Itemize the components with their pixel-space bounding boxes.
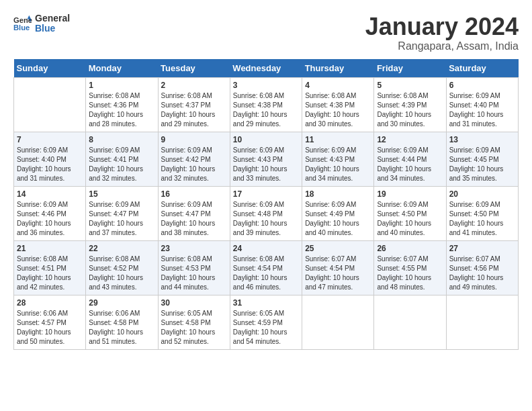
day-number: 19 <box>377 189 443 199</box>
day-cell: 21Sunrise: 6:08 AM Sunset: 4:51 PM Dayli… <box>14 240 86 295</box>
day-number: 24 <box>233 244 299 253</box>
day-info: Sunrise: 6:09 AM Sunset: 4:41 PM Dayligh… <box>89 146 154 183</box>
day-info: Sunrise: 6:08 AM Sunset: 4:51 PM Dayligh… <box>17 255 83 292</box>
day-cell: 23Sunrise: 6:08 AM Sunset: 4:53 PM Dayli… <box>158 240 230 295</box>
location: Rangapara, Assam, India <box>365 40 519 52</box>
day-number: 26 <box>377 244 443 253</box>
day-info: Sunrise: 6:09 AM Sunset: 4:48 PM Dayligh… <box>233 200 299 238</box>
day-number: 9 <box>161 135 227 144</box>
day-number: 17 <box>233 189 299 199</box>
day-number: 18 <box>305 189 371 199</box>
day-info: Sunrise: 6:09 AM Sunset: 4:47 PM Dayligh… <box>161 200 227 238</box>
day-cell: 28Sunrise: 6:06 AM Sunset: 4:57 PM Dayli… <box>14 295 86 349</box>
day-cell: 2Sunrise: 6:08 AM Sunset: 4:37 PM Daylig… <box>158 77 230 132</box>
day-info: Sunrise: 6:05 AM Sunset: 4:58 PM Dayligh… <box>161 309 227 347</box>
day-cell <box>374 295 446 349</box>
day-cell: 13Sunrise: 6:09 AM Sunset: 4:45 PM Dayli… <box>446 132 518 186</box>
day-cell <box>302 295 374 349</box>
page-header: General Blue General Blue January 2024 R… <box>13 13 519 52</box>
svg-text:Blue: Blue <box>13 24 30 32</box>
day-cell <box>14 77 86 132</box>
day-info: Sunrise: 6:09 AM Sunset: 4:50 PM Dayligh… <box>377 200 443 238</box>
week-row-2: 7Sunrise: 6:09 AM Sunset: 4:40 PM Daylig… <box>14 132 519 186</box>
day-cell: 12Sunrise: 6:09 AM Sunset: 4:44 PM Dayli… <box>374 132 446 186</box>
day-cell: 22Sunrise: 6:08 AM Sunset: 4:52 PM Dayli… <box>86 240 158 295</box>
header-cell-saturday: Saturday <box>446 59 518 78</box>
day-cell: 7Sunrise: 6:09 AM Sunset: 4:40 PM Daylig… <box>14 132 86 186</box>
day-number: 2 <box>161 81 227 90</box>
day-cell: 15Sunrise: 6:09 AM Sunset: 4:47 PM Dayli… <box>86 186 158 240</box>
day-number: 22 <box>89 244 154 253</box>
day-info: Sunrise: 6:09 AM Sunset: 4:46 PM Dayligh… <box>17 200 83 238</box>
day-cell: 9Sunrise: 6:09 AM Sunset: 4:42 PM Daylig… <box>158 132 230 186</box>
logo: General Blue General Blue <box>13 13 70 34</box>
day-info: Sunrise: 6:08 AM Sunset: 4:54 PM Dayligh… <box>233 255 299 292</box>
day-number: 10 <box>233 135 299 144</box>
header-cell-friday: Friday <box>374 59 446 78</box>
day-cell: 29Sunrise: 6:06 AM Sunset: 4:58 PM Dayli… <box>86 295 158 349</box>
day-cell <box>446 295 518 349</box>
day-number: 25 <box>305 244 371 253</box>
day-number: 8 <box>89 135 154 144</box>
day-info: Sunrise: 6:07 AM Sunset: 4:56 PM Dayligh… <box>449 255 515 292</box>
header-row: SundayMondayTuesdayWednesdayThursdayFrid… <box>14 59 519 78</box>
header-cell-monday: Monday <box>86 59 158 78</box>
day-number: 1 <box>89 81 154 90</box>
day-number: 3 <box>233 81 299 90</box>
day-info: Sunrise: 6:09 AM Sunset: 4:45 PM Dayligh… <box>449 146 515 183</box>
day-number: 12 <box>377 135 443 144</box>
week-row-3: 14Sunrise: 6:09 AM Sunset: 4:46 PM Dayli… <box>14 186 519 240</box>
day-cell: 30Sunrise: 6:05 AM Sunset: 4:58 PM Dayli… <box>158 295 230 349</box>
day-number: 30 <box>161 298 227 308</box>
day-number: 11 <box>305 135 371 144</box>
logo-icon: General Blue <box>13 14 32 33</box>
day-number: 14 <box>17 189 83 199</box>
day-cell: 19Sunrise: 6:09 AM Sunset: 4:50 PM Dayli… <box>374 186 446 240</box>
logo-blue: Blue <box>35 24 70 34</box>
day-cell: 31Sunrise: 6:05 AM Sunset: 4:59 PM Dayli… <box>230 295 302 349</box>
day-number: 31 <box>233 298 299 308</box>
day-cell: 16Sunrise: 6:09 AM Sunset: 4:47 PM Dayli… <box>158 186 230 240</box>
day-cell: 3Sunrise: 6:08 AM Sunset: 4:38 PM Daylig… <box>230 77 302 132</box>
day-cell: 5Sunrise: 6:08 AM Sunset: 4:39 PM Daylig… <box>374 77 446 132</box>
day-cell: 27Sunrise: 6:07 AM Sunset: 4:56 PM Dayli… <box>446 240 518 295</box>
day-info: Sunrise: 6:09 AM Sunset: 4:43 PM Dayligh… <box>305 146 371 183</box>
day-info: Sunrise: 6:08 AM Sunset: 4:52 PM Dayligh… <box>89 255 154 292</box>
day-number: 29 <box>89 298 154 308</box>
day-number: 15 <box>89 189 154 199</box>
day-cell: 14Sunrise: 6:09 AM Sunset: 4:46 PM Dayli… <box>14 186 86 240</box>
day-info: Sunrise: 6:09 AM Sunset: 4:49 PM Dayligh… <box>305 200 371 238</box>
day-info: Sunrise: 6:07 AM Sunset: 4:54 PM Dayligh… <box>305 255 371 292</box>
day-info: Sunrise: 6:09 AM Sunset: 4:40 PM Dayligh… <box>449 91 515 129</box>
day-info: Sunrise: 6:08 AM Sunset: 4:37 PM Dayligh… <box>161 91 227 129</box>
day-cell: 24Sunrise: 6:08 AM Sunset: 4:54 PM Dayli… <box>230 240 302 295</box>
day-number: 23 <box>161 244 227 253</box>
day-info: Sunrise: 6:09 AM Sunset: 4:40 PM Dayligh… <box>17 146 83 183</box>
day-number: 13 <box>449 135 515 144</box>
day-cell: 1Sunrise: 6:08 AM Sunset: 4:36 PM Daylig… <box>86 77 158 132</box>
logo-general: General <box>35 13 70 24</box>
day-info: Sunrise: 6:09 AM Sunset: 4:47 PM Dayligh… <box>89 200 154 238</box>
header-cell-thursday: Thursday <box>302 59 374 78</box>
title-block: January 2024 Rangapara, Assam, India <box>365 13 519 52</box>
month-title: January 2024 <box>365 13 519 40</box>
day-cell: 10Sunrise: 6:09 AM Sunset: 4:43 PM Dayli… <box>230 132 302 186</box>
day-info: Sunrise: 6:08 AM Sunset: 4:36 PM Dayligh… <box>89 91 154 129</box>
day-cell: 11Sunrise: 6:09 AM Sunset: 4:43 PM Dayli… <box>302 132 374 186</box>
day-info: Sunrise: 6:07 AM Sunset: 4:55 PM Dayligh… <box>377 255 443 292</box>
day-cell: 20Sunrise: 6:09 AM Sunset: 4:50 PM Dayli… <box>446 186 518 240</box>
day-number: 7 <box>17 135 83 144</box>
week-row-1: 1Sunrise: 6:08 AM Sunset: 4:36 PM Daylig… <box>14 77 519 132</box>
day-cell: 17Sunrise: 6:09 AM Sunset: 4:48 PM Dayli… <box>230 186 302 240</box>
day-number: 21 <box>17 244 83 253</box>
day-cell: 4Sunrise: 6:08 AM Sunset: 4:38 PM Daylig… <box>302 77 374 132</box>
day-info: Sunrise: 6:08 AM Sunset: 4:53 PM Dayligh… <box>161 255 227 292</box>
day-number: 16 <box>161 189 227 199</box>
day-cell: 6Sunrise: 6:09 AM Sunset: 4:40 PM Daylig… <box>446 77 518 132</box>
day-info: Sunrise: 6:06 AM Sunset: 4:58 PM Dayligh… <box>89 309 154 347</box>
header-cell-wednesday: Wednesday <box>230 59 302 78</box>
day-number: 20 <box>449 189 515 199</box>
day-info: Sunrise: 6:05 AM Sunset: 4:59 PM Dayligh… <box>233 309 299 347</box>
day-cell: 26Sunrise: 6:07 AM Sunset: 4:55 PM Dayli… <box>374 240 446 295</box>
day-cell: 25Sunrise: 6:07 AM Sunset: 4:54 PM Dayli… <box>302 240 374 295</box>
